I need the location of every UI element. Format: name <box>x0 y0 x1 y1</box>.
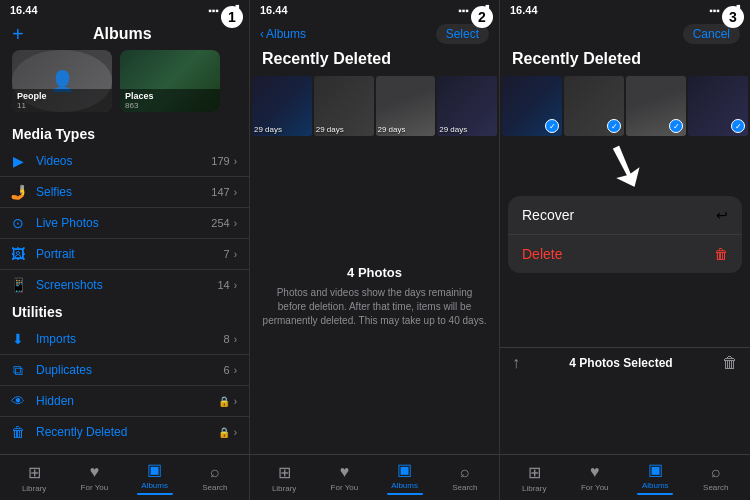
portrait-icon: 🖼 <box>8 244 28 264</box>
photo-days-1: 29 days <box>254 125 282 134</box>
back-button[interactable]: ‹ Albums <box>260 27 306 41</box>
photo-thumb-s4[interactable]: ✓ <box>688 76 748 136</box>
recently-deleted-lock-icon: 🔒 <box>218 427 230 438</box>
albums-title: Albums <box>93 25 152 43</box>
foryou-tab-label: For You <box>81 483 109 492</box>
list-item-hidden[interactable]: 👁 Hidden 🔒 › <box>0 386 249 417</box>
hidden-chevron: › <box>234 396 237 407</box>
tab-bar-1: ⊞ Library ♥ For You ▣ Albums ⌕ Search <box>0 454 249 500</box>
albums-tab-icon-3: ▣ <box>648 460 663 479</box>
portrait-label: Portrait <box>36 247 224 261</box>
live-photos-count: 254 <box>211 217 229 229</box>
delete-label: Delete <box>522 246 562 262</box>
tab-search-2[interactable]: ⌕ Search <box>442 463 488 492</box>
photo-thumb-1[interactable]: 29 days <box>252 76 312 136</box>
list-item-screenshots[interactable]: 📱 Screenshots 14 › <box>0 270 249 300</box>
selected-count: 4 Photos Selected <box>520 356 722 370</box>
videos-icon: ▶ <box>8 151 28 171</box>
list-item-recently-deleted[interactable]: 🗑 Recently Deleted 🔒 › <box>0 417 249 447</box>
imports-icon: ⬇ <box>8 329 28 349</box>
signal-icon-3: ▪▪▪ <box>709 5 720 16</box>
trash-bottom-icon[interactable]: 🗑 <box>722 354 738 372</box>
select-indicator-3: ✓ <box>669 119 683 133</box>
places-name: Places <box>125 91 215 101</box>
albums-tab-underline <box>137 493 173 495</box>
albums-tab-underline-2 <box>387 493 423 495</box>
albums-tab-label-3: Albums <box>642 481 669 490</box>
p2-page-title: Recently Deleted <box>250 50 499 76</box>
live-photos-icon: ⊙ <box>8 213 28 233</box>
signal-icon-2: ▪▪▪ <box>458 5 469 16</box>
list-item-duplicates[interactable]: ⧉ Duplicates 6 › <box>0 355 249 386</box>
delete-icon: 🗑 <box>714 246 728 262</box>
tab-foryou-3[interactable]: ♥ For You <box>572 463 618 492</box>
search-tab-label-3: Search <box>703 483 728 492</box>
recover-label: Recover <box>522 207 574 223</box>
step-badge-2: 2 <box>471 6 493 28</box>
recover-icon: ↩ <box>716 207 728 223</box>
imports-label: Imports <box>36 332 224 346</box>
media-types-section-title: Media Types <box>0 122 249 146</box>
list-item-portrait[interactable]: 🖼 Portrait 7 › <box>0 239 249 270</box>
library-tab-label-3: Library <box>522 484 546 493</box>
tab-foryou-1[interactable]: ♥ For You <box>71 463 117 492</box>
photo-thumb-s1[interactable]: ✓ <box>502 76 562 136</box>
people-card[interactable]: 👤 People 11 <box>12 50 112 112</box>
list-item-videos[interactable]: ▶ Videos 179 › <box>0 146 249 177</box>
hidden-lock-icon: 🔒 <box>218 396 230 407</box>
p2-header: ‹ Albums Select <box>250 20 499 50</box>
arrow-indicator: ➘ <box>591 129 659 202</box>
tab-library-1[interactable]: ⊞ Library <box>11 463 57 493</box>
delete-action[interactable]: Delete 🗑 <box>508 235 742 273</box>
select-indicator-4: ✓ <box>731 119 745 133</box>
media-types-list: ▶ Videos 179 › 🤳 Selfies 147 › ⊙ Live Ph… <box>0 146 249 300</box>
tab-bar-3: ⊞ Library ♥ For You ▣ Albums ⌕ Search <box>500 454 750 500</box>
tab-foryou-2[interactable]: ♥ For You <box>321 463 367 492</box>
duplicates-label: Duplicates <box>36 363 224 377</box>
tab-albums-2[interactable]: ▣ Albums <box>382 460 428 495</box>
foryou-tab-icon: ♥ <box>90 463 100 481</box>
list-item-selfies[interactable]: 🤳 Selfies 147 › <box>0 177 249 208</box>
library-tab-label: Library <box>22 484 46 493</box>
share-icon[interactable]: ↑ <box>512 354 520 372</box>
p3-bottom-bar: ↑ 4 Photos Selected 🗑 <box>500 347 750 380</box>
photo-thumb-4[interactable]: 29 days <box>437 76 497 136</box>
p3-page-title: Recently Deleted <box>500 50 750 76</box>
search-tab-icon-2: ⌕ <box>460 463 470 481</box>
photo-thumb-s3[interactable]: ✓ <box>626 76 686 136</box>
foryou-tab-icon-2: ♥ <box>340 463 350 481</box>
albums-tab-icon-2: ▣ <box>397 460 412 479</box>
tab-albums-1[interactable]: ▣ Albums <box>132 460 178 495</box>
selfies-count: 147 <box>211 186 229 198</box>
status-bar-2: 16.44 ▪▪▪ ⌞ ▐ <box>250 0 499 20</box>
albums-tab-label-2: Albums <box>391 481 418 490</box>
recover-action[interactable]: Recover ↩ <box>508 196 742 235</box>
add-button[interactable]: + <box>12 24 24 44</box>
back-label: Albums <box>266 27 306 41</box>
duplicates-chevron: › <box>234 365 237 376</box>
albums-header: + Albums <box>0 20 249 50</box>
tab-library-2[interactable]: ⊞ Library <box>261 463 307 493</box>
action-sheet: Recover ↩ Delete 🗑 <box>508 196 742 273</box>
tab-search-3[interactable]: ⌕ Search <box>693 463 739 492</box>
selfies-icon: 🤳 <box>8 182 28 202</box>
imports-chevron: › <box>234 334 237 345</box>
tab-albums-3[interactable]: ▣ Albums <box>632 460 678 495</box>
places-card[interactable]: Places 863 <box>120 50 220 112</box>
hidden-icon: 👁 <box>8 391 28 411</box>
library-tab-label-2: Library <box>272 484 296 493</box>
videos-label: Videos <box>36 154 211 168</box>
recently-deleted-icon: 🗑 <box>8 422 28 442</box>
status-bar-1: 16.44 ▪▪▪ ⌞ ▐ <box>0 0 249 20</box>
photo-thumb-2[interactable]: 29 days <box>314 76 374 136</box>
step-badge-1: 1 <box>221 6 243 28</box>
imports-count: 8 <box>224 333 230 345</box>
list-item-imports[interactable]: ⬇ Imports 8 › <box>0 324 249 355</box>
videos-count: 179 <box>211 155 229 167</box>
videos-chevron: › <box>234 156 237 167</box>
panel-selection: 3 16.44 ▪▪▪ ⌞ ▐ Cancel Recently Deleted … <box>500 0 750 500</box>
tab-search-1[interactable]: ⌕ Search <box>192 463 238 492</box>
tab-library-3[interactable]: ⊞ Library <box>511 463 557 493</box>
photo-thumb-3[interactable]: 29 days <box>376 76 436 136</box>
list-item-live-photos[interactable]: ⊙ Live Photos 254 › <box>0 208 249 239</box>
